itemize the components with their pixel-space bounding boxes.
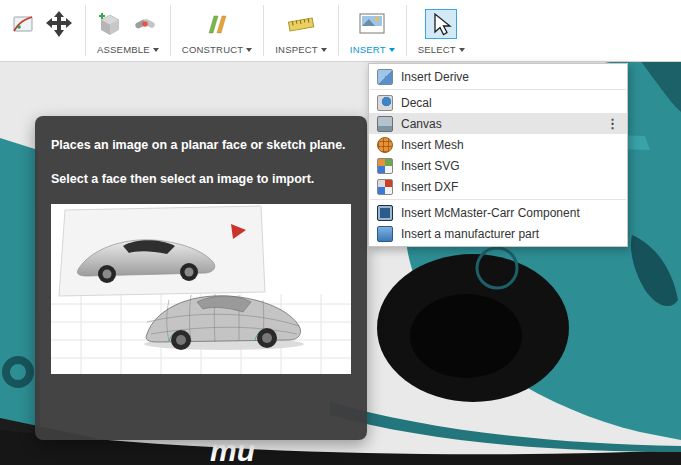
tooltip-line-1: Places an image on a planar face or sket… — [51, 136, 351, 155]
move-icon[interactable] — [44, 10, 74, 38]
menu-item-label: Decal — [401, 96, 432, 110]
assemble-menu-button[interactable]: ASSEMBLE — [97, 44, 159, 55]
insert-dxf-icon — [377, 179, 393, 195]
inspect-menu-button[interactable]: INSPECT — [275, 44, 327, 55]
chevron-down-icon — [321, 48, 327, 52]
construct-menu-button[interactable]: CONSTRUCT — [182, 44, 252, 55]
measure-icon[interactable] — [287, 12, 315, 36]
toolbar-group-construct: CONSTRUCT — [171, 0, 263, 61]
insert-mesh-icon — [377, 137, 393, 153]
canvas-icon — [377, 116, 393, 132]
toolbar-group-inspect: INSPECT — [264, 0, 338, 61]
new-component-icon[interactable] — [97, 11, 123, 37]
toolbar-group-insert: INSERT — [339, 0, 406, 61]
menu-item-label: Insert Mesh — [401, 138, 464, 152]
canvas-preview-image — [51, 204, 351, 374]
select-label: SELECT — [418, 44, 456, 55]
insert-derive-icon — [377, 69, 393, 85]
menu-item-decal[interactable]: Decal — [369, 92, 627, 113]
inspect-label: INSPECT — [275, 44, 318, 55]
menu-separator — [370, 199, 626, 200]
insert-menu-button[interactable]: INSERT — [350, 44, 395, 55]
select-menu-button[interactable]: SELECT — [418, 44, 465, 55]
joint-icon[interactable] — [132, 11, 158, 37]
insert-canvas-icon[interactable] — [359, 12, 385, 36]
menu-item-insert-derive[interactable]: Insert Derive — [369, 66, 627, 87]
menu-item-label: Insert a manufacturer part — [401, 227, 539, 241]
decal-icon — [377, 95, 393, 111]
canvas-tooltip-panel: Places an image on a planar face or sket… — [35, 116, 367, 440]
manufacturer-part-icon — [377, 226, 393, 242]
menu-item-label: Insert McMaster-Carr Component — [401, 206, 580, 220]
menu-item-insert-manufacturer-part[interactable]: Insert a manufacturer part — [369, 223, 627, 244]
sketch-icon[interactable] — [11, 11, 35, 37]
menu-item-insert-svg[interactable]: Insert SVG — [369, 155, 627, 176]
insert-label: INSERT — [350, 44, 386, 55]
chevron-down-icon — [153, 48, 159, 52]
menu-item-label: Insert SVG — [401, 159, 460, 173]
insert-svg-icon — [377, 158, 393, 174]
chevron-down-icon — [246, 48, 252, 52]
menu-item-insert-dxf[interactable]: Insert DXF — [369, 176, 627, 197]
toolbar-group-create — [0, 0, 85, 61]
insert-dropdown-menu: Insert Derive Decal Canvas ⋮ Insert Mesh… — [368, 63, 628, 247]
toolbar-group-select: SELECT — [407, 0, 476, 61]
canvas-more-options-icon[interactable]: ⋮ — [603, 116, 622, 131]
chevron-down-icon — [459, 48, 465, 52]
menu-item-label: Insert Derive — [401, 70, 469, 84]
tooltip-line-2: Select a face then select an image to im… — [51, 170, 351, 189]
mcmaster-carr-icon — [377, 205, 393, 221]
menu-separator — [370, 89, 626, 90]
select-cursor-icon[interactable] — [425, 9, 457, 39]
construct-label: CONSTRUCT — [182, 44, 243, 55]
toolbar: ASSEMBLE CONSTRUCT — [0, 0, 681, 62]
assemble-label: ASSEMBLE — [97, 44, 150, 55]
construct-plane-icon[interactable] — [204, 11, 230, 37]
menu-item-label: Insert DXF — [401, 180, 458, 194]
menu-item-label: Canvas — [401, 117, 442, 131]
menu-item-insert-mesh[interactable]: Insert Mesh — [369, 134, 627, 155]
toolbar-group-assemble: ASSEMBLE — [86, 0, 170, 61]
chevron-down-icon — [389, 48, 395, 52]
menu-item-insert-mcmaster-carr[interactable]: Insert McMaster-Carr Component — [369, 202, 627, 223]
menu-item-canvas[interactable]: Canvas ⋮ — [369, 113, 627, 134]
